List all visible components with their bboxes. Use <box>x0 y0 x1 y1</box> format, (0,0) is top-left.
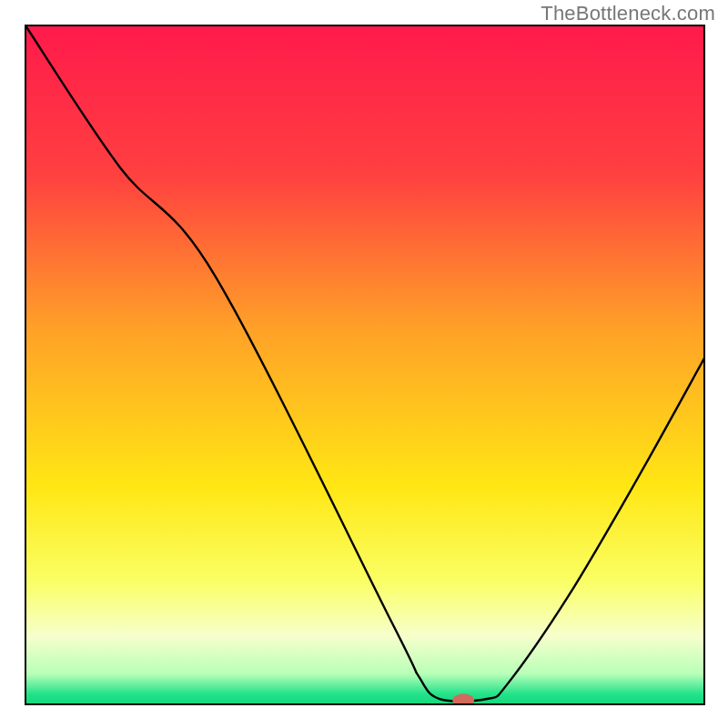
plot-background <box>25 25 704 704</box>
bottleneck-chart <box>0 0 728 728</box>
watermark-text: TheBottleneck.com <box>541 2 715 25</box>
chart-container: TheBottleneck.com <box>0 0 728 728</box>
